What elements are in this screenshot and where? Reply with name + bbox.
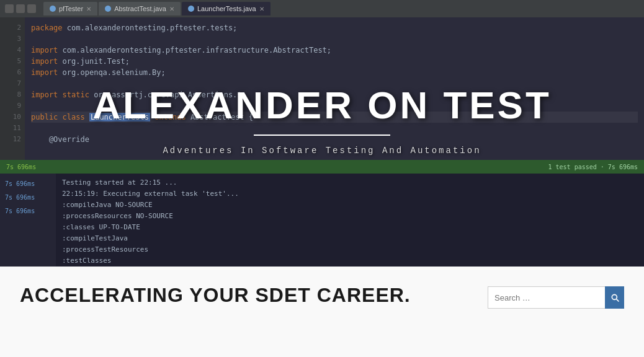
page-heading: ACCELERATING YOUR SDET CAREER. <box>20 284 463 307</box>
title-underline <box>254 134 390 136</box>
search-input[interactable] <box>488 286 605 309</box>
search-button[interactable] <box>605 286 624 309</box>
search-box <box>488 286 624 309</box>
hero-overlay: ALEXANDER ON TEST Adventures In Software… <box>0 0 644 267</box>
hero-section: pfTester ✕ AbstractTest.java ✕ LauncherT… <box>0 0 644 267</box>
main-content: ACCELERATING YOUR SDET CAREER. <box>20 284 463 307</box>
sidebar <box>488 284 624 309</box>
site-subtitle: Adventures In Software Testing And Autom… <box>163 146 481 156</box>
search-icon <box>610 293 620 302</box>
site-title: ALEXANDER ON TEST <box>92 86 552 125</box>
bottom-area: ACCELERATING YOUR SDET CAREER. <box>0 267 644 357</box>
